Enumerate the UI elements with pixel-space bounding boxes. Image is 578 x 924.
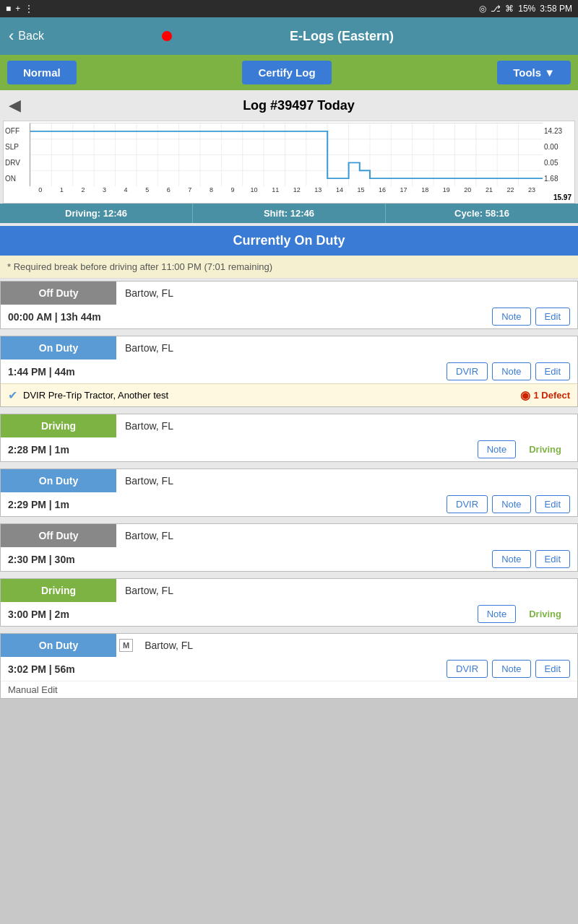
dvir-button[interactable]: DVIR: [447, 660, 488, 678]
entry-body: 2:28 PM | 1m Note Driving: [1, 437, 577, 461]
y-label-on: ON: [4, 170, 30, 186]
entry-header: On Duty Bartow, FL: [1, 336, 577, 359]
tools-button[interactable]: Tools ▼: [497, 61, 571, 84]
log-entry: On Duty M Bartow, FL 3:02 PM | 56m DVIR …: [0, 633, 578, 699]
entry-time: 3:02 PM | 56m: [8, 663, 75, 675]
note-button[interactable]: Note: [478, 605, 516, 623]
normal-button[interactable]: Normal: [7, 61, 77, 84]
app-icon: ■: [6, 4, 11, 14]
driving-summary: Driving: 12:46: [0, 204, 193, 223]
dvir-row: ✔ DVIR Pre-Trip Tractor, Another test ◉ …: [1, 383, 577, 406]
entry-time: 2:28 PM | 1m: [8, 444, 69, 456]
right-val-slp: 0.00: [543, 139, 574, 154]
summary-bar: Driving: 12:46 Shift: 12:46 Cycle: 58:16: [0, 204, 578, 223]
entry-status-driving: Driving: [1, 579, 116, 602]
edit-button[interactable]: Edit: [535, 660, 570, 678]
entry-actions: DVIR Note Edit: [447, 495, 570, 513]
shift-summary: Shift: 12:46: [193, 204, 386, 223]
defect-circle-icon: ◉: [520, 388, 530, 402]
entry-actions: Note Driving: [478, 440, 570, 458]
right-val-on: 1.68: [543, 170, 574, 186]
log-entry: Driving Bartow, FL 2:28 PM | 1m Note Dri…: [0, 414, 578, 462]
add-icon: +: [15, 4, 20, 14]
chart-area: [30, 123, 543, 186]
bluetooth-icon: ⎇: [491, 4, 501, 14]
log-entry: Off Duty Bartow, FL 2:30 PM | 30m Note E…: [0, 523, 578, 572]
entry-actions: Note Edit: [492, 550, 570, 568]
note-button[interactable]: Note: [478, 440, 516, 458]
back-label: Back: [18, 30, 44, 43]
entry-body: 2:30 PM | 30m Note Edit: [1, 547, 577, 571]
y-label-slp: SLP: [4, 139, 30, 154]
entry-status-on-duty: On Duty: [1, 634, 116, 657]
edit-button[interactable]: Edit: [535, 495, 570, 513]
entry-time: 00:00 AM | 13h 44m: [8, 311, 101, 323]
header: ‹ Back E-Logs (Eastern): [0, 17, 578, 55]
dvir-text: DVIR Pre-Trip Tractor, Another test: [23, 390, 520, 401]
log-entries: Off Duty Bartow, FL 00:00 AM | 13h 44m N…: [0, 281, 578, 699]
log-entry: On Duty Bartow, FL 2:29 PM | 1m DVIR Not…: [0, 468, 578, 517]
note-button[interactable]: Note: [492, 660, 530, 678]
status-bar: ■ + ⋮ ◎ ⎇ ⌘ 15% 3:58 PM: [0, 0, 578, 17]
entry-status-off-duty: Off Duty: [1, 282, 116, 305]
tools-label: Tools: [513, 66, 541, 79]
y-label-drv: DRV: [4, 154, 30, 170]
break-notice: * Required break before driving after 11…: [0, 256, 578, 279]
chart-x-labels: 0 1 2 3 4 5 6 7 8 9 10 11 12 13 14 15 16…: [30, 186, 543, 193]
record-indicator: [162, 31, 172, 41]
entry-header: On Duty Bartow, FL: [1, 469, 577, 492]
clock: 3:58 PM: [540, 4, 572, 14]
entry-body: 2:29 PM | 1m DVIR Note Edit: [1, 492, 577, 516]
chart-wrapper: OFF SLP DRV ON: [4, 123, 574, 186]
entry-header: On Duty M Bartow, FL: [1, 634, 577, 657]
chart-container: OFF SLP DRV ON: [3, 121, 575, 204]
driving-status-label: Driving: [520, 605, 570, 623]
entry-location: Bartow, FL: [116, 342, 577, 354]
wifi-icon: ⌘: [505, 4, 514, 14]
entry-actions: Note Edit: [492, 308, 570, 326]
menu-icon: ⋮: [25, 4, 33, 14]
edit-button[interactable]: Edit: [535, 308, 570, 326]
log-header: ◀ Log #39497 Today: [0, 90, 578, 121]
status-bar-left: ■ + ⋮: [6, 4, 33, 14]
manual-edit-row: Manual Edit: [1, 681, 577, 698]
dvir-button[interactable]: DVIR: [447, 362, 488, 380]
certify-log-button[interactable]: Certify Log: [242, 61, 331, 84]
entry-header: Driving Bartow, FL: [1, 414, 577, 437]
entry-status-off-duty: Off Duty: [1, 524, 116, 547]
edit-button[interactable]: Edit: [535, 550, 570, 568]
entry-status-driving: Driving: [1, 414, 116, 437]
chart-total: 15.97: [4, 193, 574, 201]
cycle-summary: Cycle: 58:16: [386, 204, 578, 223]
note-button[interactable]: Note: [492, 308, 530, 326]
log-entry: Off Duty Bartow, FL 00:00 AM | 13h 44m N…: [0, 281, 578, 329]
note-button[interactable]: Note: [492, 495, 530, 513]
entry-actions: DVIR Note Edit: [447, 660, 570, 678]
main-content: ◀ Log #39497 Today OFF SLP DRV ON: [0, 90, 578, 699]
entry-body: 00:00 AM | 13h 44m Note Edit: [1, 305, 577, 328]
edit-button[interactable]: Edit: [535, 362, 570, 380]
entry-time: 3:00 PM | 2m: [8, 609, 69, 620]
chart-svg: [30, 123, 543, 186]
note-button[interactable]: Note: [492, 362, 530, 380]
entry-location: Bartow, FL: [116, 585, 577, 596]
status-bar-right: ◎ ⎇ ⌘ 15% 3:58 PM: [479, 4, 572, 14]
location-icon: ◎: [479, 4, 486, 14]
back-button[interactable]: ‹ Back: [9, 27, 44, 45]
entry-status-on-duty: On Duty: [1, 469, 116, 492]
entry-location: Bartow, FL: [116, 287, 577, 299]
entry-actions: Note Driving: [478, 605, 570, 623]
right-val-drv: 0.05: [543, 154, 574, 170]
defect-badge: ◉ 1 Defect: [520, 388, 570, 402]
entry-time: 1:44 PM | 44m: [8, 366, 75, 378]
dvir-button[interactable]: DVIR: [447, 495, 488, 513]
note-button[interactable]: Note: [492, 550, 530, 568]
log-back-arrow-icon[interactable]: ◀: [9, 96, 21, 115]
entry-location: Bartow, FL: [116, 475, 577, 487]
entry-header: Off Duty Bartow, FL: [1, 282, 577, 305]
check-circle-icon: ✔: [8, 388, 17, 402]
right-val-off: 14.23: [543, 123, 574, 139]
chart-right-values: 14.23 0.00 0.05 1.68: [543, 123, 574, 186]
log-title: Log #39497 Today: [28, 98, 569, 113]
log-entry: On Duty Bartow, FL 1:44 PM | 44m DVIR No…: [0, 336, 578, 407]
